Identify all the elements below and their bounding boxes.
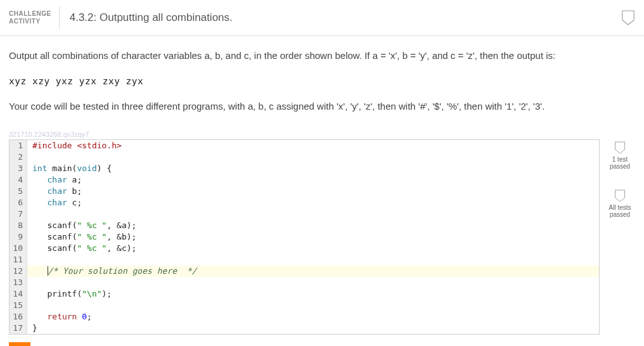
- code-line: 11: [10, 254, 599, 266]
- problem-statement: Output all combinations of character var…: [0, 36, 644, 131]
- code-line: 8 scanf(" %c ", &a);: [10, 220, 599, 231]
- code-line-solution: 12 /* Your solution goes here */: [10, 266, 599, 277]
- code-line: 13: [10, 277, 599, 288]
- code-line: 2: [10, 151, 599, 163]
- code-line: 4 char a;: [10, 174, 599, 186]
- code-line: 17}: [10, 323, 599, 334]
- problem-intro: Output all combinations of character var…: [9, 49, 635, 63]
- shield-icon: [614, 141, 626, 155]
- shield-icon: [614, 189, 626, 203]
- one-test-label: 1 test passed: [605, 156, 635, 170]
- problem-note: Your code will be tested in three differ…: [9, 99, 635, 114]
- all-tests-badge: All tests passed: [605, 188, 635, 218]
- solution-comment: /* Your solution goes here */: [48, 266, 196, 276]
- challenge-label-line1: CHALLENGE: [9, 10, 51, 18]
- code-line: 16 return 0;: [10, 311, 599, 323]
- code-line: 6 char c;: [10, 197, 599, 208]
- page-root: CHALLENGE ACTIVITY 4.3.2: Outputting all…: [0, 0, 644, 346]
- header-badge: [621, 0, 644, 35]
- code-line: 15: [10, 300, 599, 311]
- header-left: CHALLENGE ACTIVITY 4.3.2: Outputting all…: [0, 0, 233, 35]
- all-tests-label: All tests passed: [605, 204, 635, 218]
- code-editor[interactable]: 1#include <stdio.h> 2 3int main(void) { …: [9, 139, 600, 335]
- code-line: 14 printf("\n");: [10, 288, 599, 300]
- challenge-label-line2: ACTIVITY: [9, 18, 51, 25]
- activity-title: 4.3.2: Outputting all combinations.: [60, 11, 233, 24]
- watermark-id: 321710.2243268.qx3zqy7: [0, 131, 644, 138]
- preprocessor: #include <stdio.h>: [32, 141, 122, 150]
- run-button[interactable]: [9, 342, 30, 346]
- test-result-sidebar: 1 test passed All tests passed: [600, 139, 635, 236]
- challenge-activity-label: CHALLENGE ACTIVITY: [9, 6, 60, 29]
- code-line: 5 char b;: [10, 186, 599, 197]
- shield-icon: [621, 10, 635, 26]
- work-area: 1#include <stdio.h> 2 3int main(void) { …: [0, 139, 644, 335]
- one-test-badge: 1 test passed: [605, 139, 635, 170]
- code-line: 1#include <stdio.h>: [10, 140, 599, 151]
- code-line: 7: [10, 208, 599, 220]
- button-area: [0, 335, 644, 346]
- code-line: 9 scanf(" %c ", &b);: [10, 231, 599, 243]
- sample-output: xyz xzy yxz yzx zxy zyx: [9, 75, 635, 89]
- code-line: 10 scanf(" %c ", &c);: [10, 243, 599, 254]
- code-line: 3int main(void) {: [10, 163, 599, 174]
- activity-header: CHALLENGE ACTIVITY 4.3.2: Outputting all…: [0, 0, 644, 36]
